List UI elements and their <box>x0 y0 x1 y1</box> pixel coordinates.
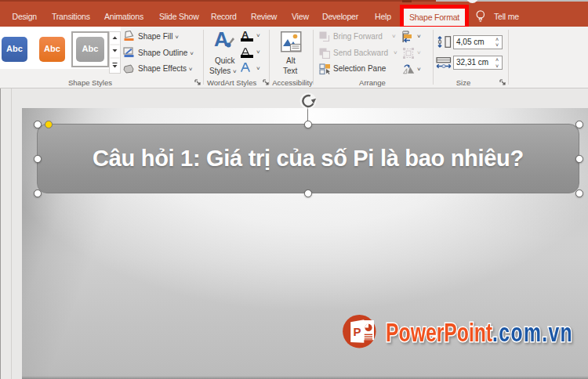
svg-text:PowerPoint.com.vn: PowerPoint.com.vn <box>386 319 573 347</box>
svg-text:P: P <box>353 325 361 338</box>
